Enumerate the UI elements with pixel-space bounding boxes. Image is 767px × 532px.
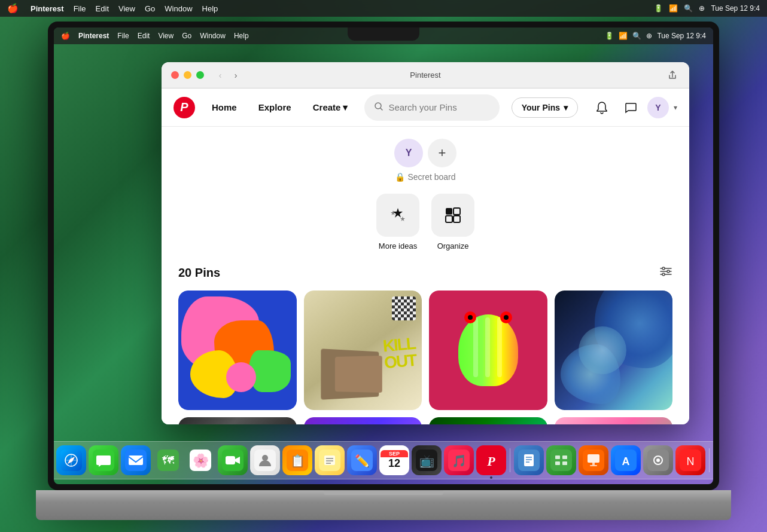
window-nav-arrows: ‹ › xyxy=(214,69,242,82)
board-add-collaborator-button[interactable]: + xyxy=(428,139,456,167)
dock-item-calendar[interactable]: SEP 12 xyxy=(379,445,409,475)
dock-item-system-preferences[interactable] xyxy=(643,445,673,475)
control-center-icon[interactable]: ⊕ xyxy=(699,4,705,13)
secret-board-label: 🔒 Secret board xyxy=(395,172,455,182)
board-avatars: Y + xyxy=(394,139,456,167)
secret-board-text: Secret board xyxy=(407,172,455,182)
pin-card[interactable]: KILLOUT xyxy=(304,291,422,410)
dock-item-photos[interactable]: 🌸 xyxy=(185,445,215,475)
window-share-button[interactable] xyxy=(665,68,680,82)
pin-card[interactable]: 🏍️ xyxy=(178,417,297,424)
dock-item-freeform[interactable]: ✏️ xyxy=(347,445,377,475)
forward-arrow-button[interactable]: › xyxy=(229,69,242,82)
dock-item-messages[interactable] xyxy=(89,445,118,475)
pinterest-nav-bar: P Home Explore Create ▾ xyxy=(162,88,689,127)
svg-rect-64 xyxy=(592,463,595,465)
pin-card[interactable] xyxy=(555,291,673,410)
screen-menu-window[interactable]: Window xyxy=(200,32,226,40)
app-window: ‹ › Pinterest P Home Explor xyxy=(162,62,689,424)
pin-card[interactable] xyxy=(429,291,547,410)
pin-card[interactable]: ? xyxy=(555,417,673,424)
search-placeholder-text: Search your Pins xyxy=(388,102,456,112)
your-pins-button[interactable]: Your Pins ▾ xyxy=(512,97,578,118)
dock-item-news[interactable]: N xyxy=(675,445,705,475)
dock-item-reminders[interactable]: 📋 xyxy=(282,445,312,475)
svg-text:N: N xyxy=(687,455,695,467)
user-avatar-button[interactable]: Y xyxy=(647,97,669,118)
dock-item-mail[interactable] xyxy=(121,445,151,475)
screen-menu-go[interactable]: Go xyxy=(182,32,191,40)
dock-item-music[interactable]: 🎵 xyxy=(444,445,474,475)
screen-menu-left: 🍎 Pinterest File Edit View Go Window Hel… xyxy=(61,32,249,40)
screen-search[interactable]: 🔍 xyxy=(632,32,641,40)
window-maximize-button[interactable] xyxy=(196,71,204,79)
svg-text:🎵: 🎵 xyxy=(452,454,467,468)
menu-window[interactable]: Window xyxy=(165,4,192,13)
svg-text:P: P xyxy=(486,454,495,469)
screen-menu-view[interactable]: View xyxy=(158,32,174,40)
window-close-button[interactable] xyxy=(171,71,179,79)
dock-item-appstore[interactable]: A xyxy=(611,445,641,475)
window-title-bar: ‹ › Pinterest xyxy=(162,62,689,88)
search-bar[interactable]: Search your Pins xyxy=(364,94,499,121)
menu-edit[interactable]: Edit xyxy=(96,4,109,13)
more-ideas-button[interactable]: More ideas xyxy=(376,194,419,250)
svg-rect-58 xyxy=(555,455,560,459)
screen-control[interactable]: ⊕ xyxy=(646,32,652,40)
dock-item-keynote[interactable] xyxy=(579,445,608,475)
pin-card[interactable]: ♻ xyxy=(429,417,547,424)
pin-card[interactable]: + xyxy=(304,417,422,424)
calendar-day: 12 xyxy=(381,457,408,470)
svg-rect-65 xyxy=(590,465,597,466)
organize-button[interactable]: Organize xyxy=(431,194,474,250)
window-minimize-button[interactable] xyxy=(184,71,191,79)
notification-button[interactable] xyxy=(590,96,614,120)
menu-help[interactable]: Help xyxy=(202,4,218,13)
screen-menu-edit[interactable]: Edit xyxy=(138,32,150,40)
board-header: Y + 🔒 Secret board xyxy=(394,139,456,182)
menu-go[interactable]: Go xyxy=(145,4,155,13)
pin-image: ? xyxy=(555,417,673,424)
dock-item-notes[interactable] xyxy=(315,445,345,475)
organize-label: Organize xyxy=(437,241,469,250)
svg-text:✏️: ✏️ xyxy=(355,454,370,468)
menu-file[interactable]: File xyxy=(74,4,86,13)
dock-item-pinterest[interactable]: P xyxy=(476,445,506,475)
screen-menu-help[interactable]: Help xyxy=(234,32,249,40)
messages-button[interactable] xyxy=(619,96,643,120)
dock-item-numbers[interactable] xyxy=(546,445,576,475)
back-arrow-button[interactable]: ‹ xyxy=(214,69,227,82)
dock-item-facetime[interactable] xyxy=(218,445,248,475)
window-controls xyxy=(171,71,204,79)
screen-menu-file[interactable]: File xyxy=(117,32,129,40)
frog-pupil xyxy=(468,315,473,320)
spotlight-icon[interactable]: 🔍 xyxy=(684,4,693,13)
menu-view[interactable]: View xyxy=(118,4,135,13)
menu-app-name: Pinterest xyxy=(31,4,64,13)
dock-item-contacts[interactable] xyxy=(250,445,280,475)
explore-nav-link[interactable]: Explore xyxy=(254,100,296,115)
screen-battery: 🔋 xyxy=(605,32,614,40)
main-content: Y + 🔒 Secret board xyxy=(162,127,689,424)
pin-card[interactable] xyxy=(178,291,297,410)
board-user-avatar[interactable]: Y xyxy=(394,139,423,167)
svg-rect-28 xyxy=(129,455,143,465)
filter-icon[interactable] xyxy=(659,265,672,281)
home-nav-link[interactable]: Home xyxy=(207,100,242,115)
screen-apple-icon[interactable]: 🍎 xyxy=(61,32,70,40)
screen-menu-right: 🔋 📶 🔍 ⊕ Tue Sep 12 9:4 xyxy=(605,32,706,40)
dock-item-pages[interactable] xyxy=(514,445,544,475)
create-nav-button[interactable]: Create ▾ xyxy=(308,100,353,115)
dock-item-safari[interactable] xyxy=(56,445,86,475)
dock-item-appletv[interactable]: 📺 xyxy=(412,445,442,475)
frog-stripe xyxy=(485,317,490,377)
apple-logo-icon[interactable]: 🍎 xyxy=(7,3,19,14)
pinterest-logo[interactable]: P xyxy=(174,97,195,118)
pin-image: + xyxy=(304,417,422,424)
user-menu-chevron-icon[interactable]: ▾ xyxy=(674,103,677,112)
screen-wifi: 📶 xyxy=(619,32,628,40)
svg-point-70 xyxy=(656,458,660,462)
frog-stripe xyxy=(497,317,502,377)
dock-item-maps[interactable]: 🗺 xyxy=(153,445,183,475)
laptop-frame: 🍎 Pinterest File Edit View Go Window Hel… xyxy=(48,22,719,490)
